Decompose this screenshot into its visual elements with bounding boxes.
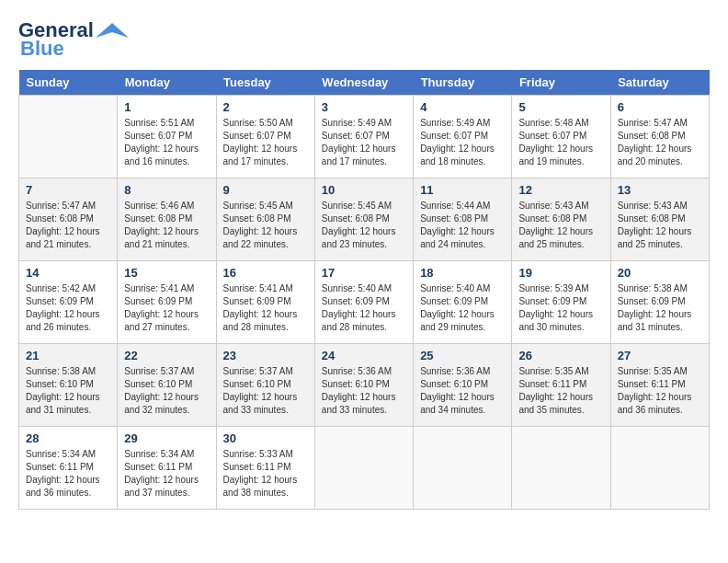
calendar-cell (610, 427, 709, 510)
day-number: 10 (322, 183, 406, 197)
calendar-cell (314, 427, 413, 510)
calendar-header-row: SundayMondayTuesdayWednesdayThursdayFrid… (19, 70, 710, 96)
day-number: 27 (618, 349, 702, 362)
day-number: 26 (518, 349, 603, 362)
calendar-week-5: 28Sunrise: 5:34 AM Sunset: 6:11 PM Dayli… (19, 427, 710, 510)
calendar-cell: 20Sunrise: 5:38 AM Sunset: 6:09 PM Dayli… (610, 261, 709, 344)
calendar-cell: 5Sunrise: 5:48 AM Sunset: 6:07 PM Daylig… (512, 96, 610, 178)
day-number: 30 (223, 431, 308, 445)
day-number: 5 (518, 100, 603, 114)
calendar-cell: 22Sunrise: 5:37 AM Sunset: 6:10 PM Dayli… (118, 344, 216, 427)
day-number: 17 (322, 266, 406, 280)
day-info: Sunrise: 5:37 AM Sunset: 6:10 PM Dayligh… (124, 365, 209, 417)
day-number: 22 (124, 349, 209, 362)
calendar-cell: 9Sunrise: 5:45 AM Sunset: 6:08 PM Daylig… (216, 178, 314, 261)
calendar-cell: 2Sunrise: 5:50 AM Sunset: 6:07 PM Daylig… (216, 96, 314, 178)
day-info: Sunrise: 5:44 AM Sunset: 6:08 PM Dayligh… (420, 200, 505, 251)
day-number: 12 (518, 183, 603, 197)
calendar-cell: 7Sunrise: 5:47 AM Sunset: 6:08 PM Daylig… (19, 178, 118, 261)
day-number: 2 (223, 100, 308, 114)
day-number: 9 (223, 183, 308, 197)
calendar-cell: 17Sunrise: 5:40 AM Sunset: 6:09 PM Dayli… (314, 261, 413, 344)
day-info: Sunrise: 5:36 AM Sunset: 6:10 PM Dayligh… (420, 365, 505, 417)
day-info: Sunrise: 5:34 AM Sunset: 6:11 PM Dayligh… (26, 448, 110, 500)
day-number: 20 (618, 266, 702, 280)
calendar-cell: 28Sunrise: 5:34 AM Sunset: 6:11 PM Dayli… (19, 427, 118, 510)
day-number: 4 (420, 100, 505, 114)
day-info: Sunrise: 5:46 AM Sunset: 6:08 PM Dayligh… (124, 200, 209, 251)
day-info: Sunrise: 5:38 AM Sunset: 6:10 PM Dayligh… (26, 365, 110, 417)
calendar-cell: 21Sunrise: 5:38 AM Sunset: 6:10 PM Dayli… (19, 344, 118, 427)
logo-blue: Blue (20, 37, 64, 61)
calendar-cell: 19Sunrise: 5:39 AM Sunset: 6:09 PM Dayli… (512, 261, 610, 344)
column-header-sunday: Sunday (19, 70, 118, 96)
calendar-cell: 16Sunrise: 5:41 AM Sunset: 6:09 PM Dayli… (216, 261, 314, 344)
day-info: Sunrise: 5:37 AM Sunset: 6:10 PM Dayligh… (223, 365, 308, 417)
day-number: 19 (518, 266, 603, 280)
calendar-cell: 10Sunrise: 5:45 AM Sunset: 6:08 PM Dayli… (314, 178, 413, 261)
calendar-cell (19, 96, 118, 178)
day-info: Sunrise: 5:49 AM Sunset: 6:07 PM Dayligh… (322, 117, 406, 168)
svg-marker-0 (96, 23, 129, 38)
calendar-cell: 13Sunrise: 5:43 AM Sunset: 6:08 PM Dayli… (610, 178, 709, 261)
day-number: 21 (26, 349, 110, 362)
calendar-cell: 24Sunrise: 5:36 AM Sunset: 6:10 PM Dayli… (314, 344, 413, 427)
day-number: 25 (420, 349, 505, 362)
day-info: Sunrise: 5:36 AM Sunset: 6:10 PM Dayligh… (322, 365, 406, 417)
calendar-cell (512, 427, 610, 510)
day-number: 7 (26, 183, 110, 197)
day-info: Sunrise: 5:39 AM Sunset: 6:09 PM Dayligh… (518, 282, 603, 334)
day-number: 28 (26, 431, 110, 445)
day-info: Sunrise: 5:33 AM Sunset: 6:11 PM Dayligh… (223, 448, 308, 500)
day-number: 18 (420, 266, 505, 280)
day-info: Sunrise: 5:47 AM Sunset: 6:08 PM Dayligh… (618, 117, 702, 168)
day-info: Sunrise: 5:40 AM Sunset: 6:09 PM Dayligh… (420, 282, 505, 334)
day-number: 1 (124, 100, 209, 114)
day-info: Sunrise: 5:40 AM Sunset: 6:09 PM Dayligh… (322, 282, 406, 334)
page-header: General Blue (18, 18, 710, 61)
day-number: 15 (124, 266, 209, 280)
calendar-cell: 11Sunrise: 5:44 AM Sunset: 6:08 PM Dayli… (414, 178, 512, 261)
day-number: 8 (124, 183, 209, 197)
calendar-cell: 14Sunrise: 5:42 AM Sunset: 6:09 PM Dayli… (19, 261, 118, 344)
calendar-cell: 25Sunrise: 5:36 AM Sunset: 6:10 PM Dayli… (414, 344, 512, 427)
calendar-cell (414, 427, 512, 510)
calendar-cell: 30Sunrise: 5:33 AM Sunset: 6:11 PM Dayli… (216, 427, 314, 510)
day-info: Sunrise: 5:35 AM Sunset: 6:11 PM Dayligh… (618, 365, 702, 417)
calendar-cell: 6Sunrise: 5:47 AM Sunset: 6:08 PM Daylig… (610, 96, 709, 178)
calendar-cell: 26Sunrise: 5:35 AM Sunset: 6:11 PM Dayli… (512, 344, 610, 427)
calendar-week-3: 14Sunrise: 5:42 AM Sunset: 6:09 PM Dayli… (19, 261, 710, 344)
day-info: Sunrise: 5:42 AM Sunset: 6:09 PM Dayligh… (26, 282, 110, 334)
calendar-cell: 18Sunrise: 5:40 AM Sunset: 6:09 PM Dayli… (414, 261, 512, 344)
day-number: 23 (223, 349, 308, 362)
calendar-cell: 3Sunrise: 5:49 AM Sunset: 6:07 PM Daylig… (314, 96, 413, 178)
calendar-cell: 8Sunrise: 5:46 AM Sunset: 6:08 PM Daylig… (118, 178, 216, 261)
column-header-thursday: Thursday (414, 70, 512, 96)
day-info: Sunrise: 5:41 AM Sunset: 6:09 PM Dayligh… (124, 282, 209, 334)
calendar-week-4: 21Sunrise: 5:38 AM Sunset: 6:10 PM Dayli… (19, 344, 710, 427)
day-info: Sunrise: 5:38 AM Sunset: 6:09 PM Dayligh… (618, 282, 702, 334)
day-info: Sunrise: 5:34 AM Sunset: 6:11 PM Dayligh… (124, 448, 209, 500)
day-info: Sunrise: 5:43 AM Sunset: 6:08 PM Dayligh… (618, 200, 702, 251)
day-info: Sunrise: 5:47 AM Sunset: 6:08 PM Dayligh… (26, 200, 110, 251)
calendar-cell: 29Sunrise: 5:34 AM Sunset: 6:11 PM Dayli… (118, 427, 216, 510)
calendar-cell: 27Sunrise: 5:35 AM Sunset: 6:11 PM Dayli… (610, 344, 709, 427)
day-number: 11 (420, 183, 505, 197)
day-number: 13 (618, 183, 702, 197)
calendar-week-1: 1Sunrise: 5:51 AM Sunset: 6:07 PM Daylig… (19, 96, 710, 178)
day-number: 29 (124, 431, 209, 445)
column-header-monday: Monday (118, 70, 216, 96)
calendar-cell: 1Sunrise: 5:51 AM Sunset: 6:07 PM Daylig… (118, 96, 216, 178)
day-info: Sunrise: 5:45 AM Sunset: 6:08 PM Dayligh… (223, 200, 308, 251)
day-info: Sunrise: 5:51 AM Sunset: 6:07 PM Dayligh… (124, 117, 209, 168)
column-header-tuesday: Tuesday (216, 70, 314, 96)
calendar-cell: 12Sunrise: 5:43 AM Sunset: 6:08 PM Dayli… (512, 178, 610, 261)
day-info: Sunrise: 5:49 AM Sunset: 6:07 PM Dayligh… (420, 117, 505, 168)
day-info: Sunrise: 5:45 AM Sunset: 6:08 PM Dayligh… (322, 200, 406, 251)
column-header-friday: Friday (512, 70, 610, 96)
day-number: 6 (618, 100, 702, 114)
column-header-saturday: Saturday (610, 70, 709, 96)
day-info: Sunrise: 5:50 AM Sunset: 6:07 PM Dayligh… (223, 117, 308, 168)
day-number: 14 (26, 266, 110, 280)
calendar-table: SundayMondayTuesdayWednesdayThursdayFrid… (18, 70, 710, 510)
